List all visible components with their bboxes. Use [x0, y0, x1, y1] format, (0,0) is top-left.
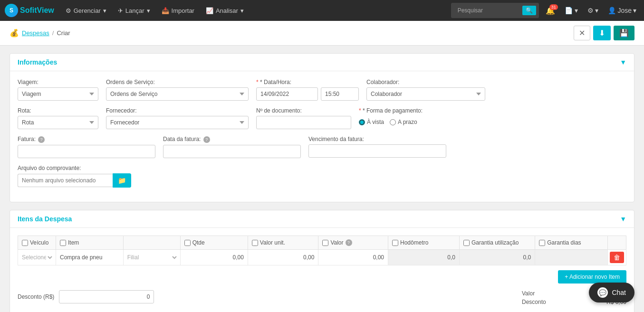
fornecedor-select[interactable]: Fornecedor [106, 116, 249, 129]
informacoes-header: Informações ▼ [10, 54, 634, 71]
garantia-dias-header-label: Garantia dias [547, 239, 581, 246]
forma-pag-radio-group: À vista A prazo [359, 116, 423, 125]
viagem-label: Viagem: [18, 79, 98, 85]
main-content: Informações ▼ Viagem: Viagem Ordens de S… [0, 46, 644, 312]
form-row-4: Arquivo do comprovante: 📁 [18, 165, 626, 188]
data-fatura-label: Data da fatura: ? [163, 136, 301, 143]
chevron-down-icon-2: ▾ [147, 7, 150, 14]
form-row-2: Rota: Rota Fornecedor: Fornecedor Nº de … [18, 107, 626, 129]
garantia-dias-input[interactable] [537, 253, 606, 262]
item-checkbox[interactable] [60, 240, 66, 246]
close-button[interactable]: ✕ [574, 26, 590, 40]
valor-unit-checkbox[interactable] [252, 240, 258, 246]
nav-analisar[interactable]: 📈 Analisar ▾ [201, 0, 249, 21]
informacoes-toggle[interactable]: ▼ [620, 58, 626, 66]
file-upload-display [18, 174, 113, 187]
forma-pag-label: * * Forma de pagamento: [359, 107, 423, 114]
fornecedor-label: Fornecedor: [106, 107, 249, 114]
num-doc-input[interactable] [256, 116, 351, 129]
selecione-select[interactable]: Selecione [20, 254, 54, 261]
td-item-name [56, 250, 124, 265]
td-garantia-dias [535, 250, 608, 265]
add-item-button[interactable]: + Adicionar novo Item [558, 270, 626, 284]
avista-radio[interactable] [359, 119, 365, 125]
itens-header: Itens da Despesa ▼ [10, 210, 634, 228]
veiculo-checkbox[interactable] [22, 240, 28, 246]
brand-logo-text: S [10, 7, 13, 14]
file-upload-button[interactable]: 📁 [113, 173, 131, 188]
garantia-dias-checkbox[interactable] [539, 240, 545, 246]
colaborador-select[interactable]: Colaborador [366, 87, 485, 101]
th-actions [607, 236, 626, 250]
valor-help-icon[interactable]: ? [346, 239, 352, 246]
user-menu-button[interactable]: 👤 Jose ▾ [605, 6, 639, 15]
viagem-select[interactable]: Viagem [18, 87, 98, 101]
qtde-checkbox[interactable] [184, 240, 191, 246]
download-button[interactable]: ⬇ [593, 26, 611, 40]
search-button[interactable]: 🔍 [522, 6, 536, 15]
brand: S SofitView [5, 4, 54, 17]
save-button[interactable]: 💾 [614, 26, 634, 40]
chat-button[interactable]: 💬 Chat [589, 283, 634, 303]
rota-select[interactable]: Rota [18, 116, 98, 129]
delete-row-button[interactable]: 🗑 [610, 252, 624, 263]
hodometro-header-label: Hodômetro [400, 239, 428, 246]
informacoes-title: Informações [18, 58, 57, 66]
itens-body: Veículo Item [10, 228, 634, 312]
valor-unit-input[interactable] [250, 253, 317, 262]
hora-input[interactable] [321, 87, 359, 101]
aprazo-label: A prazo [398, 119, 417, 125]
garantia-util-input[interactable] [461, 253, 533, 262]
nav-importar-label: Importar [172, 7, 194, 14]
section-informacoes: Informações ▼ Viagem: Viagem Ordens de S… [10, 53, 634, 202]
table-row: Selecione Filial [18, 250, 626, 265]
data-fatura-input[interactable] [163, 145, 301, 158]
itens-title: Itens da Despesa [18, 215, 72, 223]
valor-input[interactable] [320, 253, 386, 262]
brand-name: SofitView [20, 6, 54, 15]
aprazo-radio-label[interactable]: A prazo [390, 119, 417, 125]
th-garantia-dias: Garantia dias [535, 236, 608, 250]
brand-logo: S [5, 4, 18, 17]
th-filial [123, 236, 180, 250]
navbar-right: 🔍 🔔 31 📄 ▾ ⚙ ▾ 👤 Jose ▾ [451, 3, 639, 18]
documents-button[interactable]: 📄 ▾ [562, 6, 581, 15]
avista-radio-label[interactable]: À vista [359, 119, 384, 125]
valor-checkbox[interactable] [322, 240, 328, 246]
summary-row: Desconto (R$) Valor R$ 0,00 Desconto R$ … [18, 286, 626, 309]
ordens-select[interactable]: Ordens de Serviço [106, 87, 249, 101]
form-row-3: Fatura: ? Data da fatura: ? Vencimento d… [18, 136, 626, 158]
settings-button[interactable]: ⚙ ▾ [585, 6, 602, 15]
breadcrumb-parent-link[interactable]: Despesas [22, 29, 49, 37]
notifications-button[interactable]: 🔔 31 [543, 5, 558, 16]
data-fatura-help-icon[interactable]: ? [203, 136, 210, 143]
breadcrumb-current: Criar [57, 29, 70, 37]
td-hodometro [388, 250, 460, 265]
itens-toggle[interactable]: ▼ [620, 215, 626, 223]
chat-bubble-icon: 💬 [597, 287, 608, 298]
fatura-help-icon[interactable]: ? [38, 136, 45, 143]
td-qtde [180, 250, 248, 265]
hodometro-input[interactable] [390, 253, 457, 262]
garantia-util-checkbox[interactable] [463, 240, 470, 246]
hodometro-checkbox[interactable] [392, 240, 398, 246]
arquivo-label: Arquivo do comprovante: [18, 165, 131, 171]
nav-gerenciar[interactable]: ⚙ Gerenciar ▾ [61, 0, 111, 21]
vencimento-label: Vencimento da fatura: [308, 136, 446, 142]
data-input[interactable] [256, 87, 318, 101]
qtde-input[interactable] [183, 253, 246, 262]
fatura-input[interactable] [18, 145, 155, 158]
item-name-input[interactable] [58, 253, 121, 262]
fatura-label: Fatura: ? [18, 136, 155, 143]
vencimento-input[interactable] [308, 144, 446, 158]
th-valor: Valor ? [318, 236, 388, 250]
form-row-1: Viagem: Viagem Ordens de Serviço: Ordens… [18, 79, 626, 101]
viagem-group: Viagem: Viagem [18, 79, 98, 101]
search-input[interactable] [454, 4, 520, 17]
breadcrumb-separator: / [52, 29, 54, 37]
nav-importar[interactable]: 📥 Importar [157, 0, 199, 21]
nav-lancar[interactable]: ✈ Lançar ▾ [113, 0, 155, 21]
filial-select[interactable]: Filial [125, 254, 178, 261]
desconto-input[interactable] [59, 290, 154, 303]
aprazo-radio[interactable] [390, 119, 396, 125]
